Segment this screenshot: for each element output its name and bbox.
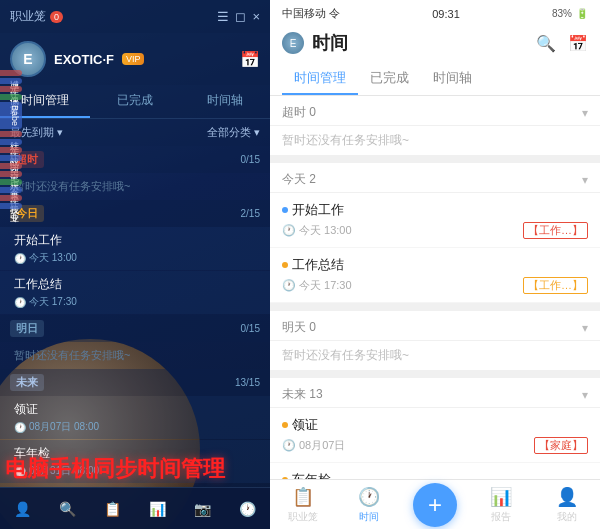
user-details: EXOTIC·F VIP <box>54 52 144 67</box>
sidebar-item-5[interactable]: Babe <box>0 102 22 129</box>
right-avatar: E <box>282 32 304 54</box>
right-nav-time[interactable]: 🕐 时间 <box>336 486 402 524</box>
sidebar-item-10[interactable]: 笔记 <box>0 163 22 169</box>
right-nav-chart-icon: 📊 <box>490 486 512 508</box>
right-nav-list-icon: 📋 <box>292 486 314 508</box>
right-nav-profile[interactable]: 👤 我的 <box>534 486 600 524</box>
user-info: E EXOTIC·F VIP <box>10 41 144 77</box>
right-panel: 中国移动 令 09:31 83% 🔋 E 时间 🔍 📅 时间管理 已完成 时间轴… <box>270 0 600 529</box>
right-tomorrow-title: 明天 0 <box>282 319 316 336</box>
sidebar-item-13[interactable]: 工作 <box>0 187 22 193</box>
task-item[interactable]: 开始工作 🕐 今天 13:00 <box>0 227 270 270</box>
overdue-count: 0/15 <box>241 154 260 165</box>
right-task-item[interactable]: 领证 🕐 08月07日 【家庭】 <box>270 408 600 463</box>
sort-chevron: ▾ <box>57 126 63 139</box>
overdue-empty: 暂时还没有任务安排哦~ <box>0 173 270 200</box>
task-dot <box>282 422 288 428</box>
right-task-time: 🕐 今天 13:00 <box>282 223 352 238</box>
right-tomorrow-header: 明天 0 ▾ <box>270 311 600 341</box>
right-title: 时间 <box>312 31 348 55</box>
left-header-icons: ☰ ◻ × <box>217 9 260 24</box>
right-content: 超时 0 ▾ 暂时还没有任务安排哦~ 今天 2 ▾ 开始工作 🕐 今天 13:0… <box>270 96 600 479</box>
status-right: 83% 🔋 <box>552 8 588 19</box>
future-count: 13/15 <box>235 377 260 388</box>
right-tabs: 时间管理 已完成 时间轴 <box>270 61 600 96</box>
right-today-arrow: ▾ <box>582 173 588 187</box>
tab-completed[interactable]: 已完成 <box>90 85 180 118</box>
right-task-name: 领证 <box>282 416 588 434</box>
right-nav-zhiyelong[interactable]: 📋 职业笼 <box>270 486 336 524</box>
sidebar-item-15[interactable]: 专业 <box>0 203 22 209</box>
window-icon[interactable]: ◻ <box>235 9 246 24</box>
right-overdue-title: 超时 0 <box>282 104 316 121</box>
nav-list-icon[interactable]: 📋 <box>104 501 121 517</box>
user-row: E EXOTIC·F VIP 📅 <box>0 33 270 85</box>
category-label: 全部分类 <box>207 125 251 140</box>
sidebar-item-3[interactable]: 偶像 <box>0 86 22 92</box>
task-item[interactable]: 工作总结 🕐 今天 17:30 <box>0 271 270 314</box>
right-task-item[interactable]: 车年检 🕐 08月31日 08:00 ★ <box>270 463 600 479</box>
clock-icon: 🕐 <box>282 439 296 452</box>
add-button[interactable]: + <box>413 483 457 527</box>
right-nav-time-label: 时间 <box>359 510 379 524</box>
sidebar-item-9[interactable]: 团室 <box>0 155 22 161</box>
sidebar-item-8[interactable]: 欧战 <box>0 147 22 153</box>
right-task-tag: 【工作…】 <box>523 222 588 239</box>
right-task-item[interactable]: 工作总结 🕐 今天 17:30 【工作…】 <box>270 248 600 303</box>
sidebar-item-11[interactable]: 娱乐 <box>0 171 22 177</box>
nav-user-icon[interactable]: 👤 <box>14 501 31 517</box>
today-section-header: 今日 2/15 <box>0 200 270 227</box>
sidebar-item-12[interactable]: 美食 <box>0 179 22 185</box>
right-tab-completed[interactable]: 已完成 <box>358 61 421 95</box>
tab-timeline[interactable]: 时间轴 <box>180 85 270 118</box>
right-task-item[interactable]: 开始工作 🕐 今天 13:00 【工作…】 <box>270 193 600 248</box>
right-overdue-arrow: ▾ <box>582 106 588 120</box>
right-tab-time-management[interactable]: 时间管理 <box>282 61 358 95</box>
category-filter[interactable]: 全部分类 ▾ <box>207 125 260 140</box>
nav-camera-icon[interactable]: 📷 <box>194 501 211 517</box>
task-item[interactable]: 领证 🕐 08月07日 08:00 <box>0 396 270 439</box>
close-icon[interactable]: × <box>252 9 260 24</box>
right-nav-user-icon: 👤 <box>556 486 578 508</box>
right-tab-timeline[interactable]: 时间轴 <box>421 61 484 95</box>
right-task-name: 车年检 <box>282 471 588 479</box>
right-today-header: 今天 2 ▾ <box>270 163 600 193</box>
left-panel: 净城 工作 偶像 家庭 Babe 娃娃 工作 欧战 团室 笔记 娱乐 美食 工作… <box>0 0 270 529</box>
task-dot <box>282 262 288 268</box>
right-tomorrow-empty: 暂时还没有任务安排哦~ <box>270 341 600 370</box>
calendar-icon[interactable]: 📅 <box>240 50 260 69</box>
notification-badge: 0 <box>50 11 63 23</box>
nav-clock-icon[interactable]: 🕐 <box>239 501 256 517</box>
right-today-title: 今天 2 <box>282 171 316 188</box>
task-name: 领证 <box>14 401 260 418</box>
right-future-title: 未来 13 <box>282 386 323 403</box>
right-nav-report[interactable]: 📊 报告 <box>468 486 534 524</box>
task-dot <box>282 207 288 213</box>
right-nav-report-label: 报告 <box>491 510 511 524</box>
nav-search-icon[interactable]: 🔍 <box>59 501 76 517</box>
nav-chart-icon[interactable]: 📊 <box>149 501 166 517</box>
sidebar-item-1[interactable]: 净城 <box>0 70 22 76</box>
sidebar-item-14[interactable]: 我投 <box>0 195 22 201</box>
calendar-icon[interactable]: 📅 <box>568 34 588 53</box>
task-name: 工作总结 <box>14 276 260 293</box>
search-icon[interactable]: 🔍 <box>536 34 556 53</box>
right-task-name: 开始工作 <box>282 201 588 219</box>
sidebar-item-4[interactable]: 家庭 <box>0 94 22 100</box>
left-header: 职业笼 0 ☰ ◻ × <box>0 0 270 33</box>
right-task-tag: 【工作…】 <box>523 277 588 294</box>
clock-icon: 🕐 <box>14 422 26 433</box>
right-nav-add[interactable]: + <box>402 483 468 527</box>
tomorrow-label: 明日 <box>10 320 44 337</box>
promo-overlay: 电脑手机同步时间管理 <box>5 454 270 484</box>
overdue-section-header: 超时 0/15 <box>0 146 270 173</box>
left-bottom-nav: 👤 🔍 📋 📊 📷 🕐 <box>0 487 270 529</box>
left-header-left: 职业笼 0 <box>10 8 63 25</box>
sidebar-item-2[interactable]: 工作 <box>0 78 22 84</box>
sidebar-item-6[interactable]: 娃娃 <box>0 131 22 137</box>
today-count: 2/15 <box>241 208 260 219</box>
menu-icon[interactable]: ☰ <box>217 9 229 24</box>
right-today-section: 今天 2 ▾ 开始工作 🕐 今天 13:00 【工作…】 <box>270 163 600 303</box>
right-future-arrow: ▾ <box>582 388 588 402</box>
sidebar-item-7[interactable]: 工作 <box>0 139 22 145</box>
